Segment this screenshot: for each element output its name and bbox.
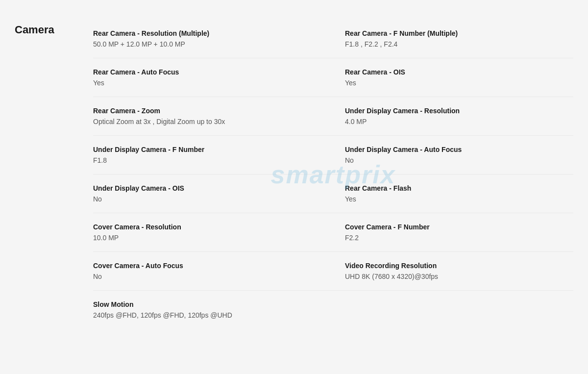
- spec-value: No: [345, 156, 573, 164]
- spec-item: Rear Camera - ZoomOptical Zoom at 3x , D…: [93, 97, 333, 136]
- spec-label: Under Display Camera - Auto Focus: [345, 146, 573, 153]
- spec-item: Video Recording ResolutionUHD 8K (7680 x…: [333, 252, 573, 291]
- spec-item: Rear Camera - FlashYes: [333, 175, 573, 213]
- spec-value: No: [93, 273, 321, 280]
- spec-value: F1.8: [93, 156, 321, 164]
- spec-label: Rear Camera - Resolution (Multiple): [93, 29, 321, 37]
- spec-value: 4.0 MP: [345, 118, 573, 125]
- spec-item: Cover Camera - Auto FocusNo: [93, 252, 333, 291]
- spec-value: 50.0 MP + 12.0 MP + 10.0 MP: [93, 40, 321, 48]
- spec-value: Optical Zoom at 3x , Digital Zoom up to …: [93, 118, 321, 125]
- spec-item: Under Display Camera - F NumberF1.8: [93, 136, 333, 175]
- spec-value: No: [93, 195, 321, 203]
- spec-label: Under Display Camera - Resolution: [345, 107, 573, 115]
- spec-item: [333, 291, 573, 329]
- spec-value: F2.2: [345, 234, 573, 242]
- specs-grid: smartprix Rear Camera - Resolution (Mult…: [93, 20, 573, 329]
- section-title: Camera: [15, 20, 74, 329]
- spec-value: F1.8 , F2.2 , F2.4: [345, 40, 573, 48]
- spec-item: Cover Camera - Resolution10.0 MP: [93, 213, 333, 252]
- spec-item: Under Display Camera - OISNo: [93, 175, 333, 213]
- spec-label: Rear Camera - OIS: [345, 68, 573, 76]
- spec-item: Rear Camera - F Number (Multiple)F1.8 , …: [333, 20, 573, 58]
- spec-item: Under Display Camera - Resolution4.0 MP: [333, 97, 573, 136]
- spec-value: UHD 8K (7680 x 4320)@30fps: [345, 273, 573, 280]
- spec-label: Rear Camera - Auto Focus: [93, 68, 321, 76]
- spec-value: 240fps @FHD, 120fps @FHD, 120fps @UHD: [93, 311, 321, 319]
- spec-label: Slow Motion: [93, 300, 321, 308]
- spec-label: Cover Camera - Resolution: [93, 223, 321, 231]
- spec-value: Yes: [93, 79, 321, 87]
- spec-value: 10.0 MP: [93, 234, 321, 242]
- spec-label: Under Display Camera - OIS: [93, 184, 321, 192]
- spec-label: Rear Camera - Flash: [345, 184, 573, 192]
- spec-label: Rear Camera - Zoom: [93, 107, 321, 115]
- page-container: Camera smartprix Rear Camera - Resolutio…: [0, 0, 588, 349]
- spec-item: Rear Camera - Resolution (Multiple)50.0 …: [93, 20, 333, 58]
- spec-value: Yes: [345, 195, 573, 203]
- spec-item: Rear Camera - OISYes: [333, 58, 573, 97]
- spec-label: Rear Camera - F Number (Multiple): [345, 29, 573, 37]
- spec-label: Cover Camera - F Number: [345, 223, 573, 231]
- spec-label: Video Recording Resolution: [345, 262, 573, 270]
- spec-value: Yes: [345, 79, 573, 87]
- spec-item: Cover Camera - F NumberF2.2: [333, 213, 573, 252]
- spec-label: Cover Camera - Auto Focus: [93, 262, 321, 270]
- spec-item: Under Display Camera - Auto FocusNo: [333, 136, 573, 175]
- spec-label: Under Display Camera - F Number: [93, 146, 321, 153]
- spec-item: Rear Camera - Auto FocusYes: [93, 58, 333, 97]
- spec-item: Slow Motion240fps @FHD, 120fps @FHD, 120…: [93, 291, 333, 329]
